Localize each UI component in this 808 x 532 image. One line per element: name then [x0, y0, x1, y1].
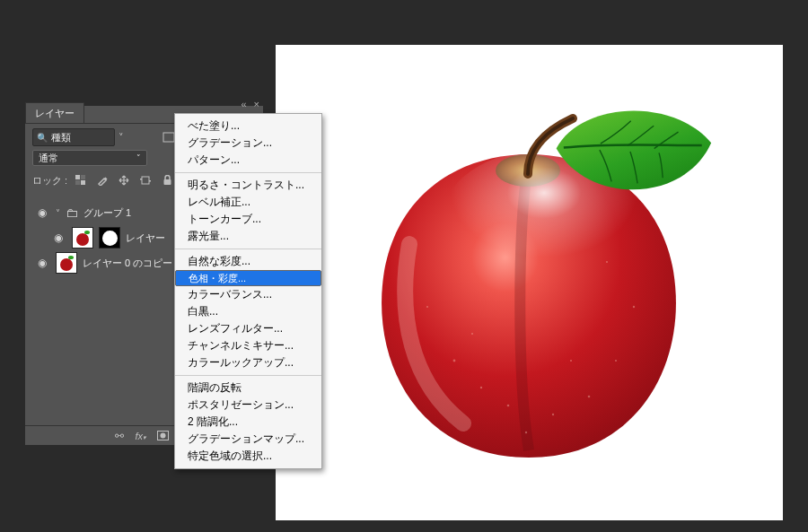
- lock-move-icon[interactable]: [116, 172, 132, 188]
- svg-point-8: [426, 306, 428, 308]
- menu-item[interactable]: 色相・彩度...: [175, 270, 321, 286]
- svg-point-34: [161, 433, 166, 439]
- svg-point-3: [480, 386, 482, 388]
- link-layers-icon[interactable]: ⚯: [115, 430, 124, 442]
- document-canvas[interactable]: [276, 45, 783, 520]
- layer-thumb[interactable]: [56, 252, 77, 274]
- menu-item[interactable]: 階調の反転: [175, 379, 321, 397]
- search-icon: 🔍: [37, 133, 48, 143]
- svg-rect-24: [140, 179, 142, 180]
- svg-point-10: [525, 431, 527, 432]
- svg-rect-19: [75, 175, 80, 179]
- filter-label: 種類: [51, 131, 71, 144]
- menu-item[interactable]: 自然な彩度...: [175, 253, 321, 270]
- svg-point-2: [453, 359, 456, 362]
- svg-rect-22: [75, 180, 80, 185]
- svg-rect-20: [81, 180, 85, 185]
- lock-label: ロック :: [32, 174, 67, 188]
- menu-item[interactable]: チャンネルミキサー...: [175, 337, 321, 354]
- mask-icon[interactable]: [157, 431, 169, 440]
- menu-item[interactable]: パターン...: [175, 152, 321, 169]
- menu-item[interactable]: トーンカーブ...: [175, 211, 321, 228]
- menu-item[interactable]: ポスタリゼーション...: [175, 397, 321, 414]
- layer-thumb[interactable]: [72, 227, 93, 249]
- visibility-toggle[interactable]: ◉: [34, 206, 50, 219]
- fx-icon[interactable]: fx▾: [135, 431, 146, 441]
- menu-item[interactable]: グラデーション...: [175, 135, 321, 152]
- menu-item[interactable]: 白黒...: [175, 303, 321, 320]
- lock-artboard-icon[interactable]: [137, 172, 154, 188]
- svg-point-9: [633, 305, 635, 307]
- menu-item[interactable]: グラデーションマップ...: [175, 431, 321, 448]
- svg-point-29: [84, 231, 90, 234]
- panel-controls: « ×: [241, 99, 259, 109]
- svg-rect-21: [81, 175, 85, 179]
- svg-point-13: [606, 260, 608, 262]
- lock-pixels-icon[interactable]: [73, 172, 89, 188]
- mask-thumb[interactable]: [99, 227, 120, 249]
- menu-item[interactable]: レベル補正...: [175, 194, 321, 211]
- blend-mode-select[interactable]: 通常 ˅: [32, 150, 147, 166]
- menu-item[interactable]: カラールックアップ...: [175, 354, 321, 371]
- svg-point-6: [588, 395, 591, 397]
- svg-rect-26: [163, 179, 171, 185]
- svg-rect-25: [149, 180, 151, 182]
- blend-mode-value: 通常: [39, 152, 58, 165]
- lock-all-icon[interactable]: [159, 172, 175, 188]
- svg-rect-14: [163, 133, 174, 142]
- menu-item[interactable]: 特定色域の選択...: [175, 448, 321, 465]
- menu-item[interactable]: 2 階調化...: [175, 414, 321, 431]
- svg-point-7: [615, 359, 617, 361]
- close-icon[interactable]: ×: [254, 99, 259, 109]
- svg-point-28: [76, 233, 89, 246]
- svg-point-31: [60, 258, 73, 271]
- menu-item[interactable]: 明るさ・コントラスト...: [175, 177, 321, 194]
- collapse-icon[interactable]: «: [241, 99, 246, 109]
- menu-item[interactable]: べた塗り...: [175, 118, 321, 135]
- chevron-down-icon[interactable]: ˅: [119, 132, 124, 144]
- svg-point-32: [68, 256, 74, 259]
- visibility-toggle[interactable]: ◉: [34, 257, 50, 269]
- layer-filter-kind[interactable]: 🔍 種類: [32, 128, 115, 146]
- chevron-down-icon: ˅: [136, 153, 141, 162]
- apple-image: [338, 92, 721, 475]
- folder-icon: 🗀: [66, 205, 78, 220]
- menu-item[interactable]: 露光量...: [175, 228, 321, 245]
- svg-point-11: [570, 359, 572, 361]
- menu-item[interactable]: カラーバランス...: [175, 286, 321, 303]
- menu-item[interactable]: レンズフィルター...: [175, 320, 321, 337]
- tab-layers[interactable]: レイヤー: [25, 102, 84, 123]
- chevron-down-icon[interactable]: ˅: [56, 208, 60, 218]
- svg-point-4: [507, 404, 510, 406]
- svg-rect-23: [142, 177, 149, 184]
- svg-point-12: [471, 333, 473, 335]
- svg-point-5: [552, 413, 554, 414]
- lock-paint-icon[interactable]: [94, 172, 110, 188]
- adjustment-context-menu: べた塗り...グラデーション...パターン...明るさ・コントラスト...レベル…: [174, 113, 322, 469]
- visibility-toggle[interactable]: ◉: [50, 231, 66, 244]
